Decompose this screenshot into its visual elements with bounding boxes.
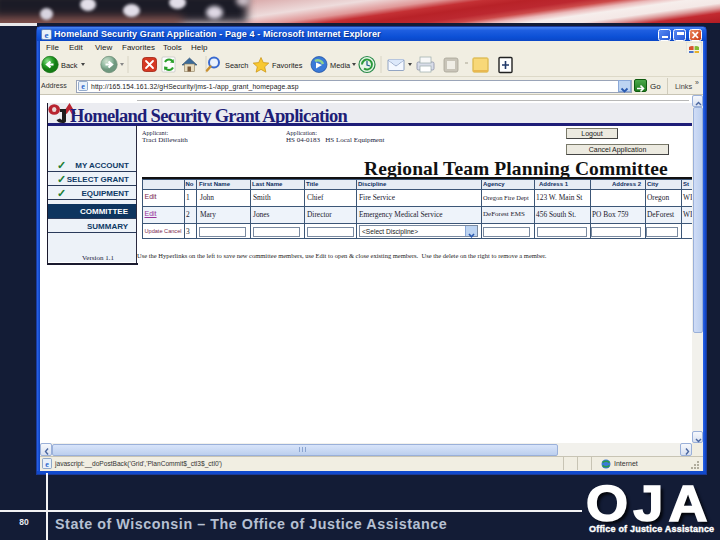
svg-text:Favorites: Favorites <box>272 61 303 70</box>
svg-text:Back: Back <box>61 61 78 70</box>
svg-text:Search: Search <box>225 61 248 70</box>
svg-text:e: e <box>45 29 49 39</box>
svg-text:e: e <box>45 460 49 469</box>
svg-text:e: e <box>81 82 85 91</box>
svg-text:Media: Media <box>330 61 351 70</box>
